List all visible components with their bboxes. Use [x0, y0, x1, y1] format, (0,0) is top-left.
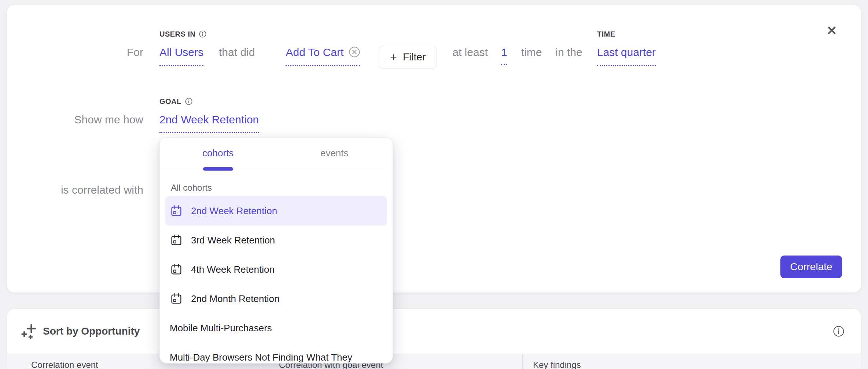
list-item-2nd-week-retention[interactable]: 2nd Week Retention — [165, 196, 387, 225]
results-card: Sort by Opportunity Correlation event Co… — [7, 309, 861, 369]
users-in-label-text: USERS IN — [159, 30, 195, 38]
results-header: Sort by Opportunity — [7, 309, 861, 354]
time-range-term: TIME Last quarter — [597, 44, 656, 66]
calendar-icon — [170, 263, 183, 276]
list-item-2nd-month-retention[interactable]: 2nd Month Retention — [160, 284, 393, 313]
dropdown-tabs: cohorts events — [160, 138, 393, 169]
active-tab-indicator — [203, 167, 233, 171]
list-item-label: 3rd Week Retention — [191, 234, 275, 246]
column-header-correlation-event: Correlation event — [31, 360, 98, 369]
info-icon[interactable] — [832, 325, 845, 338]
opportunity-sort-icon — [20, 323, 38, 340]
correlate-button[interactable]: Correlate — [780, 256, 842, 278]
sort-by-opportunity-title: Sort by Opportunity — [43, 325, 140, 337]
list-item-label: 2nd Month Retention — [191, 293, 279, 305]
tab-cohorts-label: cohorts — [202, 148, 233, 159]
time-range-selector[interactable]: Last quarter — [597, 44, 656, 66]
column-header-key-findings: Key findings — [533, 360, 581, 369]
info-icon[interactable] — [199, 30, 207, 38]
list-item-3rd-week-retention[interactable]: 3rd Week Retention — [160, 225, 393, 255]
time-word-text: time — [521, 44, 542, 61]
tab-events[interactable]: events — [276, 138, 393, 169]
goal-label-text: GOAL — [159, 97, 181, 106]
calendar-icon — [170, 234, 183, 247]
calendar-icon — [170, 292, 183, 305]
is-correlated-with-text: is correlated with — [7, 181, 143, 199]
tab-cohorts[interactable]: cohorts — [160, 138, 276, 169]
at-least-text: at least — [452, 44, 488, 61]
builder-row-users: For USERS IN All Users that did Add To C… — [7, 44, 861, 66]
add-filter-button[interactable]: + Filter — [379, 46, 437, 68]
goal-label: GOAL — [159, 97, 193, 106]
event-term: Add To Cart — [286, 44, 360, 66]
list-item-label: Mobile Multi-Purchasers — [170, 322, 272, 334]
users-selector[interactable]: All Users — [159, 44, 203, 66]
in-the-text: in the — [555, 44, 582, 61]
time-label-text: TIME — [597, 30, 615, 38]
list-item-label: Multi-Day Browsers Not Finding What They — [170, 351, 352, 363]
plus-icon: + — [390, 51, 397, 63]
event-value: Add To Cart — [286, 46, 343, 58]
cohort-section-label: All cohorts — [160, 182, 393, 194]
close-button[interactable] — [824, 23, 839, 38]
cohort-picker-dropdown: cohorts events All cohorts 2nd Week Rete… — [159, 137, 393, 364]
info-icon[interactable] — [185, 97, 193, 105]
column-divider — [522, 354, 523, 369]
that-did-text: that did — [219, 44, 255, 61]
correlation-builder-card: For USERS IN All Users that did Add To C… — [7, 4, 861, 293]
builder-row-goal: Show me how GOAL 2nd Week Retention — [7, 111, 861, 133]
count-selector[interactable]: 1 — [501, 44, 507, 65]
filter-button-label: Filter — [403, 51, 426, 63]
list-item-label: 4th Week Retention — [191, 264, 275, 275]
list-item-4th-week-retention[interactable]: 4th Week Retention — [160, 255, 393, 284]
list-item-mobile-multi-purchasers[interactable]: Mobile Multi-Purchasers — [160, 313, 393, 343]
show-me-how-text: Show me how — [7, 111, 143, 128]
calendar-icon — [170, 204, 183, 217]
results-table-header: Correlation event Correlation with goal … — [7, 354, 861, 369]
builder-row-correlated: is correlated with — [7, 181, 861, 199]
remove-event-icon[interactable] — [349, 45, 360, 57]
list-item-label: 2nd Week Retention — [191, 205, 277, 217]
list-item-multi-day-browsers[interactable]: Multi-Day Browsers Not Finding What They — [160, 343, 393, 364]
count-term: 1 — [501, 44, 507, 65]
goal-term: GOAL 2nd Week Retention — [159, 111, 259, 133]
for-text: For — [7, 44, 143, 61]
tab-events-label: events — [320, 148, 349, 159]
users-in-term: USERS IN All Users — [159, 44, 203, 66]
users-in-label: USERS IN — [159, 30, 207, 38]
event-selector[interactable]: Add To Cart — [286, 44, 360, 66]
close-icon — [826, 25, 838, 36]
goal-selector[interactable]: 2nd Week Retention — [159, 111, 259, 133]
time-label: TIME — [597, 30, 615, 38]
